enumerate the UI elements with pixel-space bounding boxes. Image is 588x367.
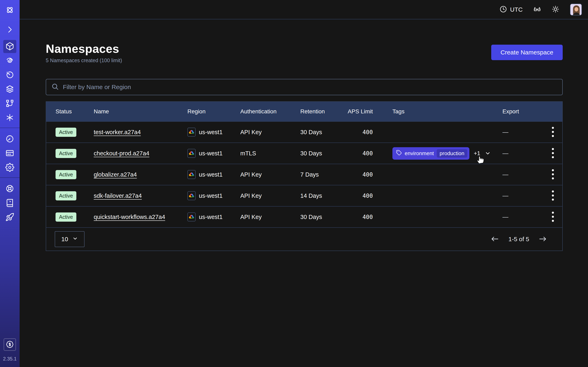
sun-icon — [552, 5, 559, 14]
sidebar-item-settings[interactable] — [0, 162, 20, 173]
kebab-icon — [552, 148, 554, 159]
table-row: Active checkout-prod.a27a4 us-west1 mTLS… — [46, 142, 562, 164]
plan-usage-button[interactable] — [4, 338, 16, 351]
aps-limit-value: 400 — [346, 214, 373, 220]
next-page-button[interactable] — [539, 236, 547, 243]
timezone-selector[interactable]: UTC — [499, 5, 523, 14]
kebab-icon — [552, 126, 554, 138]
pagination-range-label: 1-5 of 5 — [508, 236, 529, 243]
row-menu-button[interactable] — [552, 211, 554, 223]
sidebar-item-usage[interactable] — [0, 133, 20, 145]
tag-key: environment — [405, 150, 434, 157]
region-label: us-west1 — [199, 214, 223, 220]
table-body: Active test-worker.a27a4 us-west1 API Ke… — [46, 121, 562, 227]
gcp-region-icon — [187, 191, 196, 200]
row-menu-button[interactable] — [552, 126, 554, 138]
temporal-logo — [5, 6, 14, 15]
deployments-layers-icon — [5, 85, 14, 94]
sidebar-item-billing[interactable] — [0, 148, 20, 159]
region-label: us-west1 — [199, 192, 223, 199]
docs-book-icon — [5, 198, 14, 208]
sidebar-divider — [0, 128, 20, 128]
sidebar-item-docs[interactable] — [0, 197, 20, 209]
sidebar-item-home[interactable] — [0, 4, 20, 16]
aps-limit-value: 400 — [346, 129, 373, 136]
sidebar-item-nexus[interactable] — [0, 98, 20, 109]
page-subtitle: 5 Namespaces created (100 limit) — [46, 58, 122, 63]
chevron-down-icon — [72, 236, 78, 243]
sidebar-item-deployments[interactable] — [0, 83, 20, 95]
tag-pill[interactable]: environment production — [392, 147, 469, 160]
region-label: us-west1 — [199, 129, 223, 136]
sidebar-item-getting-started[interactable] — [0, 212, 20, 223]
row-menu-button[interactable] — [552, 169, 554, 180]
export-value: — — [502, 129, 544, 136]
table-header-row: Status Name Region Authentication Retent… — [46, 102, 562, 121]
schedules-timer-icon — [5, 70, 14, 80]
getting-started-rocket-icon — [5, 213, 14, 222]
export-value: — — [502, 192, 544, 199]
region-label: us-west1 — [199, 171, 223, 178]
page-size-value: 10 — [61, 236, 68, 243]
glasses-icon — [533, 5, 541, 14]
retention-value: 7 Days — [300, 171, 346, 178]
user-avatar[interactable] — [570, 4, 582, 16]
column-header-export: Export — [502, 108, 544, 115]
timezone-label: UTC — [510, 6, 523, 13]
sidebar-expand-button[interactable] — [0, 24, 20, 35]
filter-input[interactable] — [63, 83, 557, 91]
table-row: Active quickstart-workflows.a27a4 us-wes… — [46, 206, 562, 227]
expand-chevron-icon — [5, 25, 14, 35]
auth-method: API Key — [240, 214, 300, 220]
settings-gear-icon — [5, 163, 14, 173]
plan-dollar-badge-icon — [6, 341, 14, 349]
table-row: Active globalizer.a27a4 us-west1 API Key… — [46, 164, 562, 185]
retention-value: 30 Days — [300, 150, 346, 157]
row-menu-button[interactable] — [552, 190, 554, 202]
status-badge: Active — [56, 212, 76, 222]
sidebar-item-schedules[interactable] — [0, 69, 20, 81]
page-size-select[interactable]: 10 — [55, 231, 85, 247]
theme-toggle-button[interactable] — [552, 5, 559, 14]
column-header-retention: Retention — [300, 108, 346, 115]
namespace-link[interactable]: quickstart-workflows.a27a4 — [94, 214, 165, 220]
retention-value: 30 Days — [300, 129, 346, 136]
sidebar-item-insights[interactable] — [0, 55, 20, 67]
aps-limit-value: 400 — [346, 192, 373, 199]
tag-group: environment production +1 — [392, 147, 491, 160]
row-menu-button[interactable] — [552, 148, 554, 159]
create-namespace-button[interactable]: Create Namespace — [491, 45, 563, 60]
arrow-right-icon — [539, 236, 547, 243]
tags-more-count: +1 — [474, 150, 480, 157]
sidebar-item-batch[interactable] — [0, 112, 20, 124]
tags-expand-chevron[interactable] — [485, 150, 491, 156]
sidebar-item-support[interactable] — [0, 183, 20, 194]
support-lifebuoy-icon — [5, 184, 14, 194]
status-badge: Active — [56, 149, 76, 158]
page-title: Namespaces — [46, 42, 122, 55]
table-row: Active test-worker.a27a4 us-west1 API Ke… — [46, 121, 562, 142]
namespace-link[interactable]: globalizer.a27a4 — [94, 171, 137, 178]
tag-value: production — [437, 149, 467, 158]
namespace-link[interactable]: test-worker.a27a4 — [94, 129, 141, 136]
aps-limit-value: 400 — [346, 150, 373, 157]
insights-eye-icon — [5, 56, 14, 66]
filter-box — [46, 79, 563, 95]
kebab-icon — [552, 169, 554, 180]
export-value: — — [502, 214, 544, 220]
sidebar-item-namespaces[interactable] — [0, 41, 20, 52]
retention-value: 30 Days — [300, 214, 346, 220]
sidebar-divider — [0, 177, 20, 178]
namespaces-cube-icon — [5, 42, 14, 51]
column-header-status: Status — [46, 108, 94, 115]
status-badge: Active — [56, 170, 76, 179]
accessibility-glasses-button[interactable] — [533, 5, 541, 14]
gcp-region-icon — [187, 170, 196, 179]
namespace-link[interactable]: checkout-prod.a27a4 — [94, 150, 149, 157]
arrow-left-icon — [491, 236, 499, 243]
previous-page-button[interactable] — [491, 236, 499, 243]
namespace-link[interactable]: sdk-failover.a27a4 — [94, 192, 142, 199]
billing-card-icon — [5, 149, 14, 158]
usage-gauge-icon — [5, 134, 14, 144]
search-icon — [52, 83, 59, 91]
